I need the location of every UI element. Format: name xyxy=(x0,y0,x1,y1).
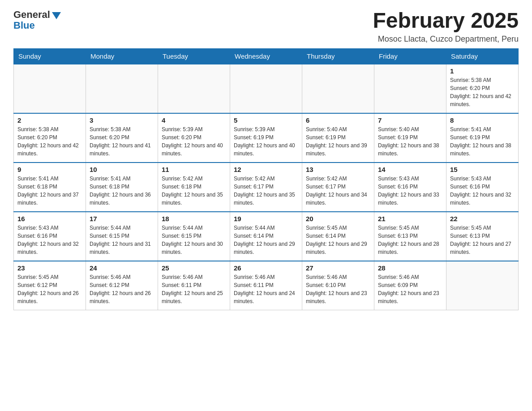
calendar-week-row: 9Sunrise: 5:41 AM Sunset: 6:18 PM Daylig… xyxy=(14,163,519,212)
logo-general-text: General xyxy=(13,9,50,21)
day-info: Sunrise: 5:44 AM Sunset: 6:15 PM Dayligh… xyxy=(162,224,226,256)
day-number: 26 xyxy=(234,264,298,272)
calendar-day-cell: 16Sunrise: 5:43 AM Sunset: 6:16 PM Dayli… xyxy=(14,212,86,261)
page-header: General Blue February 2025 Mosoc Llacta,… xyxy=(13,9,519,44)
day-info: Sunrise: 5:46 AM Sunset: 6:11 PM Dayligh… xyxy=(162,273,226,305)
day-info: Sunrise: 5:38 AM Sunset: 6:20 PM Dayligh… xyxy=(450,76,515,108)
calendar-day-cell: 24Sunrise: 5:46 AM Sunset: 6:12 PM Dayli… xyxy=(86,261,158,310)
day-info: Sunrise: 5:45 AM Sunset: 6:13 PM Dayligh… xyxy=(378,224,442,256)
day-info: Sunrise: 5:46 AM Sunset: 6:09 PM Dayligh… xyxy=(378,273,442,305)
calendar-day-cell: 9Sunrise: 5:41 AM Sunset: 6:18 PM Daylig… xyxy=(14,163,86,212)
day-info: Sunrise: 5:45 AM Sunset: 6:13 PM Dayligh… xyxy=(450,224,515,256)
calendar-day-cell: 21Sunrise: 5:45 AM Sunset: 6:13 PM Dayli… xyxy=(374,212,446,261)
day-info: Sunrise: 5:38 AM Sunset: 6:20 PM Dayligh… xyxy=(90,125,154,158)
logo: General Blue xyxy=(13,9,61,31)
calendar-day-cell: 17Sunrise: 5:44 AM Sunset: 6:15 PM Dayli… xyxy=(86,212,158,261)
day-of-week-header: Tuesday xyxy=(158,48,230,64)
day-info: Sunrise: 5:42 AM Sunset: 6:17 PM Dayligh… xyxy=(234,175,298,207)
day-number: 14 xyxy=(378,166,442,173)
day-number: 28 xyxy=(378,264,442,272)
day-info: Sunrise: 5:46 AM Sunset: 6:11 PM Dayligh… xyxy=(234,273,298,305)
calendar-day-cell: 19Sunrise: 5:44 AM Sunset: 6:14 PM Dayli… xyxy=(230,212,302,261)
calendar-day-cell: 22Sunrise: 5:45 AM Sunset: 6:13 PM Dayli… xyxy=(446,212,519,261)
calendar-title: February 2025 xyxy=(373,9,519,33)
day-info: Sunrise: 5:41 AM Sunset: 6:18 PM Dayligh… xyxy=(90,175,154,207)
day-info: Sunrise: 5:39 AM Sunset: 6:19 PM Dayligh… xyxy=(234,125,298,158)
day-number: 16 xyxy=(17,215,82,223)
calendar-day-cell: 7Sunrise: 5:40 AM Sunset: 6:19 PM Daylig… xyxy=(374,113,446,163)
day-number: 22 xyxy=(450,215,515,223)
calendar-week-row: 2Sunrise: 5:38 AM Sunset: 6:20 PM Daylig… xyxy=(14,113,519,163)
day-info: Sunrise: 5:41 AM Sunset: 6:18 PM Dayligh… xyxy=(17,175,82,207)
day-info: Sunrise: 5:42 AM Sunset: 6:18 PM Dayligh… xyxy=(162,175,226,207)
calendar-day-cell xyxy=(230,64,302,113)
calendar-day-cell: 27Sunrise: 5:46 AM Sunset: 6:10 PM Dayli… xyxy=(302,261,374,310)
day-info: Sunrise: 5:40 AM Sunset: 6:19 PM Dayligh… xyxy=(306,125,370,158)
calendar-day-cell: 28Sunrise: 5:46 AM Sunset: 6:09 PM Dayli… xyxy=(374,261,446,310)
day-number: 18 xyxy=(162,215,226,223)
calendar-day-cell: 13Sunrise: 5:42 AM Sunset: 6:17 PM Dayli… xyxy=(302,163,374,212)
calendar-day-cell: 10Sunrise: 5:41 AM Sunset: 6:18 PM Dayli… xyxy=(86,163,158,212)
day-number: 23 xyxy=(17,264,82,272)
day-info: Sunrise: 5:41 AM Sunset: 6:19 PM Dayligh… xyxy=(450,125,515,158)
calendar-day-cell: 23Sunrise: 5:45 AM Sunset: 6:12 PM Dayli… xyxy=(14,261,86,310)
day-number: 19 xyxy=(234,215,298,223)
logo-arrow-icon xyxy=(52,12,61,19)
calendar-day-cell: 8Sunrise: 5:41 AM Sunset: 6:19 PM Daylig… xyxy=(446,113,519,163)
calendar-day-cell: 14Sunrise: 5:43 AM Sunset: 6:16 PM Dayli… xyxy=(374,163,446,212)
day-number: 6 xyxy=(306,116,370,124)
day-number: 1 xyxy=(450,67,515,75)
day-info: Sunrise: 5:39 AM Sunset: 6:20 PM Dayligh… xyxy=(162,125,226,158)
calendar-day-cell xyxy=(14,64,86,113)
day-number: 8 xyxy=(450,116,515,124)
calendar-week-row: 1Sunrise: 5:38 AM Sunset: 6:20 PM Daylig… xyxy=(14,64,519,113)
calendar-day-cell: 12Sunrise: 5:42 AM Sunset: 6:17 PM Dayli… xyxy=(230,163,302,212)
day-of-week-header: Monday xyxy=(86,48,158,64)
calendar-day-cell: 18Sunrise: 5:44 AM Sunset: 6:15 PM Dayli… xyxy=(158,212,230,261)
day-number: 2 xyxy=(17,116,82,124)
day-number: 25 xyxy=(162,264,226,272)
calendar-day-cell xyxy=(446,261,519,310)
day-info: Sunrise: 5:46 AM Sunset: 6:12 PM Dayligh… xyxy=(90,273,154,305)
day-of-week-header: Wednesday xyxy=(230,48,302,64)
day-of-week-header: Saturday xyxy=(446,48,519,64)
day-number: 27 xyxy=(306,264,370,272)
day-info: Sunrise: 5:44 AM Sunset: 6:15 PM Dayligh… xyxy=(90,224,154,256)
calendar-subtitle: Mosoc Llacta, Cuzco Department, Peru xyxy=(373,34,519,44)
day-info: Sunrise: 5:43 AM Sunset: 6:16 PM Dayligh… xyxy=(450,175,515,207)
day-number: 11 xyxy=(162,166,226,173)
calendar-day-cell: 25Sunrise: 5:46 AM Sunset: 6:11 PM Dayli… xyxy=(158,261,230,310)
title-block: February 2025 Mosoc Llacta, Cuzco Depart… xyxy=(373,9,519,44)
calendar-day-cell xyxy=(374,64,446,113)
day-number: 15 xyxy=(450,166,515,173)
day-number: 17 xyxy=(90,215,154,223)
calendar-day-cell: 3Sunrise: 5:38 AM Sunset: 6:20 PM Daylig… xyxy=(86,113,158,163)
day-of-week-header: Friday xyxy=(374,48,446,64)
day-number: 7 xyxy=(378,116,442,124)
calendar-day-cell: 2Sunrise: 5:38 AM Sunset: 6:20 PM Daylig… xyxy=(14,113,86,163)
calendar-day-cell xyxy=(158,64,230,113)
calendar-day-cell: 5Sunrise: 5:39 AM Sunset: 6:19 PM Daylig… xyxy=(230,113,302,163)
calendar-day-cell: 6Sunrise: 5:40 AM Sunset: 6:19 PM Daylig… xyxy=(302,113,374,163)
calendar-header-row: SundayMondayTuesdayWednesdayThursdayFrid… xyxy=(14,48,519,64)
day-number: 5 xyxy=(234,116,298,124)
day-number: 4 xyxy=(162,116,226,124)
day-of-week-header: Sunday xyxy=(14,48,86,64)
day-number: 12 xyxy=(234,166,298,173)
day-number: 24 xyxy=(90,264,154,272)
calendar-week-row: 23Sunrise: 5:45 AM Sunset: 6:12 PM Dayli… xyxy=(14,261,519,310)
day-number: 10 xyxy=(90,166,154,173)
calendar-day-cell: 26Sunrise: 5:46 AM Sunset: 6:11 PM Dayli… xyxy=(230,261,302,310)
calendar-day-cell: 15Sunrise: 5:43 AM Sunset: 6:16 PM Dayli… xyxy=(446,163,519,212)
day-info: Sunrise: 5:40 AM Sunset: 6:19 PM Dayligh… xyxy=(378,125,442,158)
calendar-day-cell: 1Sunrise: 5:38 AM Sunset: 6:20 PM Daylig… xyxy=(446,64,519,113)
day-number: 3 xyxy=(90,116,154,124)
day-info: Sunrise: 5:45 AM Sunset: 6:14 PM Dayligh… xyxy=(306,224,370,256)
calendar-day-cell: 20Sunrise: 5:45 AM Sunset: 6:14 PM Dayli… xyxy=(302,212,374,261)
calendar-table: SundayMondayTuesdayWednesdayThursdayFrid… xyxy=(13,48,519,311)
day-of-week-header: Thursday xyxy=(302,48,374,64)
day-info: Sunrise: 5:43 AM Sunset: 6:16 PM Dayligh… xyxy=(17,224,82,256)
calendar-week-row: 16Sunrise: 5:43 AM Sunset: 6:16 PM Dayli… xyxy=(14,212,519,261)
day-number: 13 xyxy=(306,166,370,173)
day-info: Sunrise: 5:42 AM Sunset: 6:17 PM Dayligh… xyxy=(306,175,370,207)
